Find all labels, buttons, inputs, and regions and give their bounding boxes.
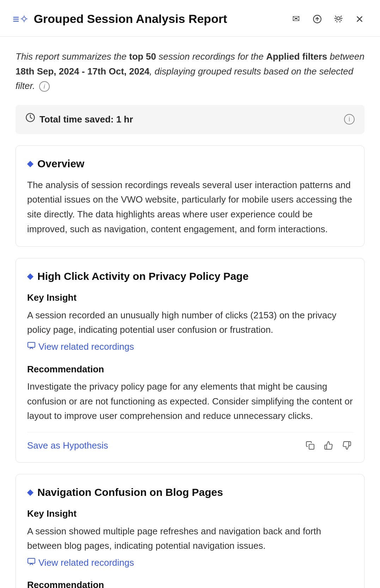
list-icon: ≡✧ xyxy=(13,11,29,28)
high-click-card-footer: Save as Hypothesis xyxy=(27,432,353,452)
intro-text-mid2: between xyxy=(327,51,364,62)
intro-info-icon[interactable]: i xyxy=(39,81,50,92)
overview-body: The analysis of session recordings revea… xyxy=(27,178,353,236)
time-saved-bar: Total time saved: 1 hr i xyxy=(16,105,364,134)
svg-rect-7 xyxy=(309,444,314,449)
recordings-icon-2 xyxy=(27,556,36,570)
info-circle-icon[interactable]: i xyxy=(39,81,50,92)
intro-paragraph: This report summarizes the top 50 sessio… xyxy=(16,49,364,94)
view-recordings-label-2: View related recordings xyxy=(38,556,134,570)
overview-card-title: ◆ Overview xyxy=(27,156,353,172)
recordings-icon-1 xyxy=(27,340,36,354)
intro-bold-filters: Applied filters xyxy=(266,51,327,62)
header-left: ≡✧ Grouped Session Analysis Report xyxy=(13,10,227,28)
recommendation-text-1: Investigate the privacy policy page for … xyxy=(27,379,353,424)
nav-confusion-card-title: ◆ Navigation Confusion on Blog Pages xyxy=(27,484,353,500)
key-insight-label-2: Key Insight xyxy=(27,506,353,521)
high-click-card-title: ◆ High Click Activity on Privacy Policy … xyxy=(27,268,353,284)
high-click-card: ◆ High Click Activity on Privacy Policy … xyxy=(16,258,364,463)
view-recordings-link-1[interactable]: View related recordings xyxy=(27,340,134,354)
thumbs-up-button-1[interactable] xyxy=(323,439,335,451)
high-click-body: Key Insight A session recorded an unusua… xyxy=(27,290,353,424)
nav-confusion-title-text: Navigation Confusion on Blog Pages xyxy=(37,484,223,500)
intro-bold-dates: 18th Sep, 2024 - 17th Oct, 2024 xyxy=(16,66,149,77)
overview-title-text: Overview xyxy=(37,156,84,172)
overview-body-text: The analysis of session recordings revea… xyxy=(27,180,352,234)
high-click-title-text: High Click Activity on Privacy Policy Pa… xyxy=(37,268,249,284)
close-button[interactable] xyxy=(352,11,367,27)
svg-point-2 xyxy=(337,17,340,20)
view-recordings-label-1: View related recordings xyxy=(38,340,134,354)
view-recordings-link-2[interactable]: View related recordings xyxy=(27,556,134,570)
intro-text-before: This report summarizes the xyxy=(16,51,129,62)
time-saved-left: Total time saved: 1 hr xyxy=(25,113,133,126)
key-insight-text-2: A session showed multiple page refreshes… xyxy=(27,524,353,553)
intro-text-mid1: session recordings for the xyxy=(156,51,266,62)
nav-confusion-body: Key Insight A session showed multiple pa… xyxy=(27,506,353,588)
page-title: Grouped Session Analysis Report xyxy=(34,10,227,28)
recommendation-label-1: Recommendation xyxy=(27,362,353,377)
overview-card: ◆ Overview The analysis of session recor… xyxy=(16,145,364,247)
diamond-icon-highclick: ◆ xyxy=(27,270,33,282)
header-actions: ✉ xyxy=(288,11,367,27)
bug-button[interactable] xyxy=(331,11,346,27)
save-hypothesis-link-1[interactable]: Save as Hypothesis xyxy=(27,439,108,452)
upload-button[interactable] xyxy=(309,11,325,27)
recommendation-label-2: Recommendation xyxy=(27,578,353,588)
copy-button-1[interactable] xyxy=(304,439,316,451)
time-saved-info-icon[interactable]: i xyxy=(344,114,355,125)
intro-bold-top50: top 50 xyxy=(129,51,156,62)
thumbs-down-button-1[interactable] xyxy=(341,439,353,451)
email-button[interactable]: ✉ xyxy=(288,11,304,27)
key-insight-label-1: Key Insight xyxy=(27,290,353,305)
main-content: This report summarizes the top 50 sessio… xyxy=(0,37,380,588)
diamond-icon-overview: ◆ xyxy=(27,158,33,169)
nav-confusion-card: ◆ Navigation Confusion on Blog Pages Key… xyxy=(16,474,364,588)
svg-rect-8 xyxy=(28,558,35,563)
footer-actions-1 xyxy=(304,439,353,451)
diamond-icon-nav: ◆ xyxy=(27,486,33,498)
svg-rect-6 xyxy=(28,342,35,347)
clock-icon xyxy=(25,113,35,126)
key-insight-text-1: A session recorded an unusually high num… xyxy=(27,308,353,337)
page-header: ≡✧ Grouped Session Analysis Report ✉ xyxy=(0,0,380,37)
time-saved-label: Total time saved: 1 hr xyxy=(39,113,133,126)
